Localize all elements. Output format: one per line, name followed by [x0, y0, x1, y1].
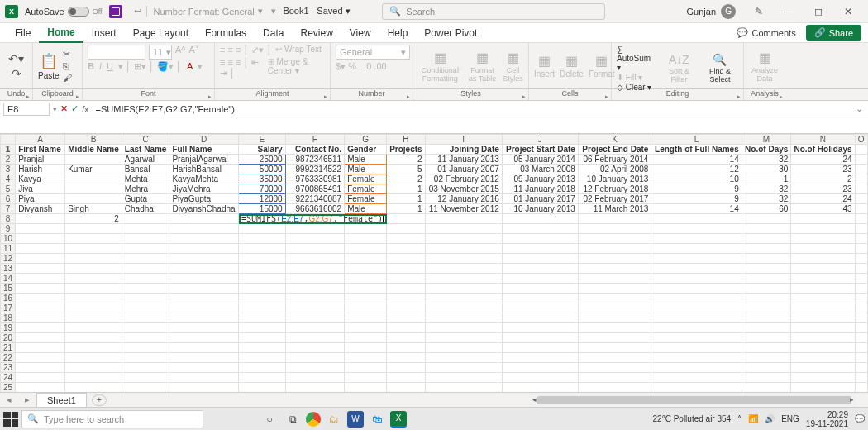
- cell-F21[interactable]: [285, 343, 345, 353]
- cell-M13[interactable]: [742, 264, 791, 274]
- row-header-24[interactable]: 24: [1, 373, 16, 383]
- fill-button[interactable]: ⬇ Fill ▾: [617, 73, 656, 82]
- tab-home[interactable]: Home: [39, 23, 83, 43]
- cell-E9[interactable]: [239, 224, 286, 234]
- cell-E23[interactable]: [239, 363, 286, 373]
- wifi-icon[interactable]: 📶: [748, 414, 758, 423]
- cell-J3[interactable]: 03 March 2008: [502, 165, 578, 174]
- cell-B22[interactable]: [65, 353, 122, 363]
- cell-A7[interactable]: Divyansh: [16, 204, 65, 214]
- cell-D14[interactable]: [169, 274, 239, 284]
- cell-L23[interactable]: [651, 363, 742, 373]
- format-painter-icon[interactable]: 🖌: [63, 73, 72, 83]
- cell-B4[interactable]: [65, 174, 122, 184]
- cell-A21[interactable]: [16, 343, 65, 353]
- cell-L17[interactable]: [651, 303, 742, 313]
- cell-O4[interactable]: [855, 174, 867, 184]
- cell-D5[interactable]: JiyaMehra: [169, 184, 239, 194]
- toggle-icon[interactable]: [68, 7, 89, 17]
- cell-E6[interactable]: 12000: [239, 194, 286, 204]
- cell-G11[interactable]: [345, 244, 387, 254]
- cell-A4[interactable]: Kavya: [16, 174, 65, 184]
- search-box[interactable]: 🔍 Search: [382, 3, 605, 20]
- cell-C16[interactable]: [122, 294, 169, 303]
- cell-C7[interactable]: Chadha: [122, 204, 169, 214]
- cell-G24[interactable]: [345, 373, 387, 383]
- cell-I13[interactable]: [425, 264, 502, 274]
- cell-G1[interactable]: Gender: [345, 145, 387, 155]
- cell-F24[interactable]: [285, 373, 345, 383]
- cell-A11[interactable]: [16, 244, 65, 254]
- cell-H13[interactable]: [387, 264, 425, 274]
- cancel-formula-icon[interactable]: ✕: [60, 103, 68, 114]
- cell-N18[interactable]: [791, 313, 855, 323]
- cell-H4[interactable]: 2: [387, 174, 425, 184]
- cell-B6[interactable]: [65, 194, 122, 204]
- cell-B16[interactable]: [65, 294, 122, 303]
- cell-K24[interactable]: [578, 373, 651, 383]
- cell-J11[interactable]: [502, 244, 578, 254]
- cell-M7[interactable]: 60: [742, 204, 791, 214]
- undo-button[interactable]: ↶▾: [8, 52, 24, 65]
- row-header-20[interactable]: 20: [1, 333, 16, 343]
- cell-E10[interactable]: [239, 234, 286, 244]
- cell-N25[interactable]: [791, 383, 855, 393]
- cell-L20[interactable]: [651, 333, 742, 343]
- cell-N21[interactable]: [791, 343, 855, 353]
- cell-C2[interactable]: Agarwal: [122, 155, 169, 165]
- cell-C12[interactable]: [122, 254, 169, 264]
- cell-N19[interactable]: [791, 323, 855, 333]
- cell-F5[interactable]: 9700865491: [285, 184, 345, 194]
- cell-J24[interactable]: [502, 373, 578, 383]
- cell-M2[interactable]: 32: [742, 155, 791, 165]
- cell-J7[interactable]: 10 January 2013: [502, 204, 578, 214]
- cell-F2[interactable]: 9872346511: [285, 155, 345, 165]
- cell-F9[interactable]: [285, 224, 345, 234]
- cell-C11[interactable]: [122, 244, 169, 254]
- cell-B21[interactable]: [65, 343, 122, 353]
- row-header-2[interactable]: 2: [1, 155, 16, 165]
- cell-H23[interactable]: [387, 363, 425, 373]
- cell-M10[interactable]: [742, 234, 791, 244]
- row-header-11[interactable]: 11: [1, 244, 16, 254]
- cell-O22[interactable]: [855, 353, 867, 363]
- cell-A6[interactable]: Piya: [16, 194, 65, 204]
- cell-H1[interactable]: Projects: [387, 145, 425, 155]
- cell-G17[interactable]: [345, 303, 387, 313]
- cell-G7[interactable]: Male: [345, 204, 387, 214]
- tab-data[interactable]: Data: [255, 24, 292, 42]
- cell-E13[interactable]: [239, 264, 286, 274]
- row-header-13[interactable]: 13: [1, 264, 16, 274]
- cell-G12[interactable]: [345, 254, 387, 264]
- cell-styles-button[interactable]: ▦Cell Styles: [503, 50, 523, 83]
- cell-C6[interactable]: Gupta: [122, 194, 169, 204]
- cell-B23[interactable]: [65, 363, 122, 373]
- cell-C22[interactable]: [122, 353, 169, 363]
- cell-B24[interactable]: [65, 373, 122, 383]
- cell-F7[interactable]: 9663616002: [285, 204, 345, 214]
- col-header-O[interactable]: O: [855, 135, 867, 145]
- clock[interactable]: 20:29 19-11-2021: [806, 410, 848, 428]
- cell-B14[interactable]: [65, 274, 122, 284]
- cell-M23[interactable]: [742, 363, 791, 373]
- cell-H22[interactable]: [387, 353, 425, 363]
- cell-H3[interactable]: 5: [387, 165, 425, 174]
- cell-N5[interactable]: 23: [791, 184, 855, 194]
- cell-J12[interactable]: [502, 254, 578, 264]
- cell-C13[interactable]: [122, 264, 169, 274]
- col-header-F[interactable]: F: [285, 135, 345, 145]
- weather-widget[interactable]: 22°C Polluted air 354: [653, 414, 732, 423]
- cell-D2[interactable]: PranjalAgarwal: [169, 155, 239, 165]
- cell-F4[interactable]: 9763330981: [285, 174, 345, 184]
- col-header-K[interactable]: K: [578, 135, 651, 145]
- row-header-4[interactable]: 4: [1, 174, 16, 184]
- language-indicator[interactable]: ENG: [781, 414, 799, 423]
- cell-F20[interactable]: [285, 333, 345, 343]
- cell-D23[interactable]: [169, 363, 239, 373]
- cell-N15[interactable]: [791, 284, 855, 294]
- cell-J9[interactable]: [502, 224, 578, 234]
- cell-D4[interactable]: KavyaMehta: [169, 174, 239, 184]
- cell-G16[interactable]: [345, 294, 387, 303]
- format-cells-button[interactable]: ▦Format: [589, 53, 615, 79]
- col-header-E[interactable]: E: [239, 135, 286, 145]
